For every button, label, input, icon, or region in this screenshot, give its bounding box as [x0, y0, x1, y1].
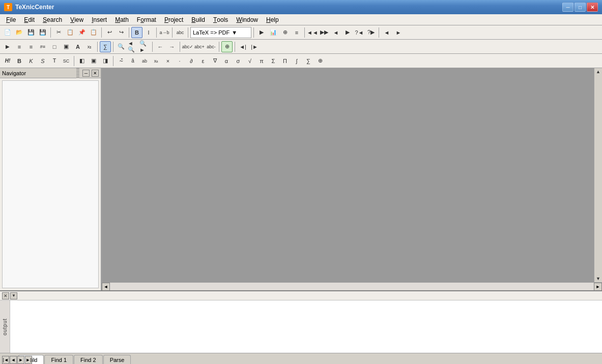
list-num-button[interactable]: #≡ — [37, 41, 48, 52]
spellcheck-button[interactable]: abc — [175, 27, 186, 38]
smallcaps-button[interactable]: SC — [61, 55, 72, 67]
save-button[interactable]: 💾 — [25, 27, 37, 38]
math-x-button[interactable]: × — [162, 55, 174, 67]
extra1-button[interactable]: ◄ — [381, 27, 392, 38]
open-file-button[interactable]: 📂 — [14, 27, 25, 38]
toggle1-button[interactable]: B — [131, 27, 142, 38]
subscript-button[interactable]: x₂ — [84, 41, 95, 52]
indent-button[interactable]: ▶ — [2, 41, 13, 52]
italic-format-button[interactable]: K — [25, 55, 37, 67]
menu-project[interactable]: Project — [160, 14, 187, 25]
search-prev-button[interactable]: ◄🔍 — [127, 41, 138, 52]
menu-format[interactable]: Format — [133, 14, 160, 25]
paste-button[interactable]: 📌 — [76, 27, 88, 38]
math-Sigma-button[interactable]: Σ — [268, 55, 279, 67]
menu-view[interactable]: View — [66, 14, 88, 25]
hscroll-track[interactable] — [110, 283, 594, 290]
slanted-button[interactable]: S — [37, 55, 48, 67]
typewriter-button[interactable]: T — [49, 55, 60, 67]
minimize-button[interactable]: ─ — [562, 3, 574, 12]
hscroll-left-button[interactable]: ◄ — [102, 283, 110, 291]
editor-area[interactable] — [102, 68, 594, 282]
cut-button[interactable]: ✂ — [53, 27, 64, 38]
output-arrow-button[interactable]: ▼ — [10, 292, 17, 299]
bibtex-button[interactable]: ⊕ — [279, 27, 291, 38]
nav-next-button[interactable]: ▶▶ — [319, 27, 330, 38]
menu-build[interactable]: Build — [187, 14, 209, 25]
tab-parse[interactable]: Parse — [103, 355, 131, 364]
restore-button[interactable]: □ — [575, 3, 586, 12]
replace-button[interactable]: a→b — [159, 27, 170, 38]
math-misc-button[interactable]: ⊕ — [314, 55, 326, 67]
close-button[interactable]: ✕ — [587, 3, 598, 12]
tab-next-button[interactable]: ► — [17, 356, 24, 364]
align-right-button[interactable]: ◨ — [100, 55, 111, 67]
build-dropdown[interactable]: LaTeX => PDF ▼ — [190, 27, 251, 38]
save-all-button[interactable]: 💾 — [37, 27, 48, 38]
tab-last-button[interactable]: ►| — [25, 356, 32, 364]
menu-window[interactable]: Window — [232, 14, 262, 25]
nav-next2-button[interactable]: ▶ — [342, 27, 353, 38]
undo-button[interactable]: ↩ — [104, 27, 115, 38]
navigator-grip[interactable] — [76, 68, 79, 78]
new-doc-button[interactable]: 📄 — [2, 27, 13, 38]
navigator-minimize-button[interactable]: ─ — [82, 70, 90, 77]
menu-math[interactable]: Math — [111, 14, 133, 25]
spell3-button[interactable]: abc- — [206, 41, 217, 52]
align-center-button[interactable]: ▣ — [88, 55, 99, 67]
navigator-close-button[interactable]: ✕ — [92, 70, 99, 77]
math-sub2-button[interactable]: x₈ — [151, 55, 162, 67]
toggle2-button[interactable]: I — [143, 27, 154, 38]
compile-button[interactable]: ▶ — [256, 27, 267, 38]
nav-help-button[interactable]: ?◄ — [354, 27, 365, 38]
extra2-button[interactable]: ► — [393, 27, 404, 38]
paste2-button[interactable]: 📋 — [88, 27, 99, 38]
prev-chapter-button[interactable]: ◄| — [237, 41, 248, 52]
copy-button[interactable]: 📋 — [65, 27, 76, 38]
nav-left-button[interactable]: ← — [155, 41, 166, 52]
tab-first-button[interactable]: |◄ — [2, 356, 9, 364]
math-sum-button[interactable]: ∑ — [303, 55, 314, 67]
math-pair-button[interactable]: ab — [139, 55, 150, 67]
nav-prev-button[interactable]: ◄◄ — [307, 27, 318, 38]
font-size-button[interactable]: A — [72, 41, 83, 52]
makeindex-button[interactable]: ≡ — [291, 27, 302, 38]
math-tilde-button[interactable]: ~̃ — [116, 55, 127, 67]
spell1-button[interactable]: abc✓ — [182, 41, 193, 52]
tab-prev-button[interactable]: ◄ — [10, 356, 17, 364]
vscroll-down-button[interactable]: ▼ — [596, 276, 600, 281]
align-left-button[interactable]: ◧ — [76, 55, 88, 67]
box1-button[interactable]: □ — [49, 41, 60, 52]
next-chapter-button[interactable]: |► — [249, 41, 260, 52]
output-close-button[interactable]: ✕ — [2, 292, 9, 299]
nav-prev2-button[interactable]: ◄ — [330, 27, 341, 38]
math-integral-button[interactable]: ∫ — [291, 55, 302, 67]
nav-right-button[interactable]: → — [166, 41, 178, 52]
heading1-button[interactable]: H! — [2, 55, 13, 67]
math-partial-button[interactable]: ∂ — [186, 55, 197, 67]
menu-search[interactable]: Search — [39, 14, 66, 25]
menu-file[interactable]: File — [2, 14, 20, 25]
box2-button[interactable]: ▣ — [61, 41, 72, 52]
nav-help2-button[interactable]: ?▶ — [365, 27, 377, 38]
math-hat-button[interactable]: â — [127, 55, 138, 67]
unindent-button[interactable]: ≡ — [14, 41, 25, 52]
math-sym-button[interactable]: ∑ — [100, 41, 111, 52]
menu-insert[interactable]: Insert — [88, 14, 111, 25]
search-next-button[interactable]: 🔍► — [139, 41, 150, 52]
hscroll-right-button[interactable]: ► — [594, 283, 602, 291]
menu-tools[interactable]: Tools — [209, 14, 232, 25]
menu-edit[interactable]: Edit — [20, 14, 39, 25]
math-pi-button[interactable]: π — [256, 55, 267, 67]
tab-find2[interactable]: Find 2 — [74, 355, 103, 364]
vscroll-up-button[interactable]: ▲ — [596, 69, 600, 74]
math-dot-button[interactable]: · — [174, 55, 185, 67]
output-text-area[interactable] — [10, 300, 602, 353]
redo-button[interactable]: ↪ — [116, 27, 127, 38]
spell2-button[interactable]: abc+ — [194, 41, 205, 52]
math-nabla-button[interactable]: ∇ — [209, 55, 220, 67]
math-eps-button[interactable]: ε — [197, 55, 209, 67]
menu-help[interactable]: Help — [262, 14, 283, 25]
math-sigma-button[interactable]: σ — [233, 55, 244, 67]
list-bullet-button[interactable]: ≡ — [25, 41, 37, 52]
